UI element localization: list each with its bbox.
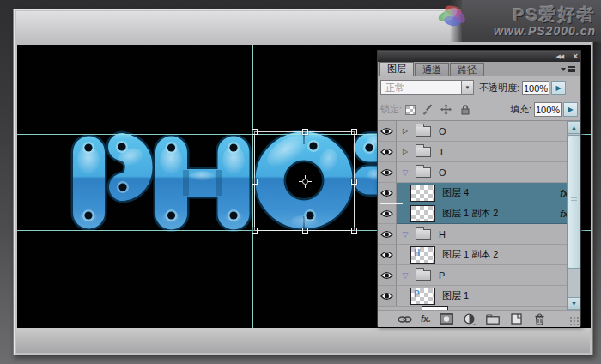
lock-paint-brush-icon[interactable] (420, 103, 434, 116)
panel-menu-icon[interactable] (561, 66, 575, 72)
new-layer-icon[interactable] (509, 312, 524, 325)
layer-link-indicator (380, 203, 403, 204)
layer-row[interactable]: 图层 4fx▼ (378, 183, 580, 203)
group-collapsed-icon[interactable]: ▷ (399, 127, 411, 135)
collapse-to-icons-icon[interactable]: ◀◀ (555, 53, 563, 59)
lock-transparency-icon[interactable] (405, 105, 416, 115)
layer-name[interactable]: 图层 4 (442, 186, 469, 199)
transform-box[interactable] (254, 131, 355, 231)
layer-visibility-eye-icon[interactable] (378, 265, 397, 286)
group-name: H (439, 229, 446, 240)
layer-row-content[interactable]: ▽H (397, 224, 580, 245)
layer-row[interactable]: P图层 1 (378, 286, 580, 306)
tab-paths[interactable]: 路径 (450, 63, 484, 76)
photoshop-workspace: ◀◀ × 图层 通道 路径 正常 ▼ 不透明度: 100% ▶ 锁定: (0, 0, 601, 364)
blend-mode-select[interactable]: 正常 (380, 80, 461, 95)
link-layers-icon[interactable] (398, 312, 412, 325)
vertical-guide (252, 46, 253, 328)
layer-list-scrollbar[interactable]: ▲ ▼ (567, 121, 580, 310)
group-name: O (439, 126, 446, 136)
layer-style-icon[interactable]: fx. (421, 312, 431, 325)
transform-handle-s[interactable] (302, 228, 308, 234)
transform-handle-e[interactable] (351, 179, 357, 185)
group-folder-icon (416, 270, 431, 281)
fill-label: 填充: (510, 103, 531, 116)
panel-resize-grip[interactable] (568, 315, 580, 326)
layer-name[interactable]: 图层 1 副本 2 (442, 248, 498, 261)
layer-row-content[interactable]: H图层 1 副本 2 (397, 245, 580, 265)
layer-group-row[interactable]: ▷T (378, 142, 580, 162)
lock-position-move-icon[interactable] (439, 103, 453, 116)
layer-thumbnail[interactable]: H (410, 246, 435, 264)
group-name: P (439, 270, 445, 281)
layer-row-content[interactable]: 图层 1 副本 2fx▼ (397, 203, 580, 224)
layer-row-content[interactable]: ▷T (397, 142, 580, 162)
lock-all-icon[interactable] (458, 103, 472, 116)
transform-handle-sw[interactable] (252, 228, 258, 234)
layers-panel: ◀◀ × 图层 通道 路径 正常 ▼ 不透明度: 100% ▶ 锁定: (377, 50, 581, 326)
layer-visibility-eye-icon[interactable] (378, 224, 397, 245)
tab-channels[interactable]: 通道 (415, 63, 449, 76)
group-expanded-icon[interactable]: ▽ (399, 168, 411, 177)
layer-row[interactable]: H图层 1 副本 2 (378, 245, 580, 265)
transform-handle-n[interactable] (302, 129, 308, 135)
transform-reference-point[interactable] (300, 177, 310, 186)
panel-titlebar: ◀◀ × (378, 51, 580, 62)
group-name: O (439, 167, 446, 178)
panel-bottom-bar: fx. (378, 310, 580, 327)
layer-group-row[interactable]: ▽O (378, 162, 580, 183)
scrollbar-thumb[interactable] (568, 135, 580, 269)
watermark-url: www.PS2000.cn (494, 24, 596, 38)
layer-group-row[interactable]: ▷O (378, 121, 580, 142)
group-name: T (439, 147, 445, 157)
transform-handle-w[interactable] (252, 179, 258, 185)
group-folder-icon (416, 147, 431, 157)
titlebar-divider (568, 53, 568, 60)
layer-visibility-eye-icon[interactable] (378, 286, 397, 306)
group-collapsed-icon[interactable]: ▷ (399, 148, 411, 155)
panel-close-icon[interactable]: × (573, 52, 577, 61)
document-statusbar (16, 327, 590, 353)
layer-visibility-eye-icon[interactable] (378, 183, 397, 203)
transform-handle-se[interactable] (351, 228, 357, 234)
layer-name[interactable]: 图层 1 副本 2 (442, 207, 498, 220)
watermark: PS爱好者 www.PS2000.cn (462, 0, 601, 42)
adjustment-layer-icon[interactable] (463, 312, 477, 325)
layer-group-row[interactable]: ▽H (378, 224, 580, 245)
layer-row-content[interactable]: ▽O (397, 162, 580, 183)
fill-slider-icon[interactable]: ▶ (563, 102, 578, 117)
transform-handle-ne[interactable] (351, 129, 357, 135)
layer-thumbnail[interactable]: P (410, 288, 435, 305)
tab-layers[interactable]: 图层 (379, 62, 414, 76)
layer-row[interactable]: 图层 1 副本 2fx▼ (378, 203, 580, 224)
opacity-field[interactable]: 100% (522, 81, 549, 95)
transform-handle-nw[interactable] (252, 129, 258, 135)
opacity-label: 不透明度: (479, 82, 519, 94)
blend-mode-dropdown-icon[interactable]: ▼ (461, 80, 474, 95)
watermark-logo-icon (436, 4, 467, 30)
layer-row-content[interactable]: ▷O (397, 121, 580, 142)
add-layer-mask-icon[interactable] (440, 312, 454, 325)
layer-visibility-eye-icon[interactable] (378, 245, 397, 265)
layer-row-content[interactable]: 图层 4fx▼ (397, 183, 580, 203)
layer-thumbnail[interactable] (410, 205, 435, 222)
group-folder-icon (416, 167, 431, 178)
layer-visibility-eye-icon[interactable] (378, 142, 397, 162)
layer-group-row[interactable]: ▽P (378, 265, 580, 286)
lock-row: 锁定: 填充: 100% ▶ (378, 99, 580, 121)
new-group-icon[interactable] (486, 312, 501, 325)
layer-visibility-eye-icon[interactable] (378, 203, 397, 224)
layer-row-content[interactable]: ▽P (397, 265, 580, 286)
opacity-slider-icon[interactable]: ▶ (551, 81, 566, 95)
group-expanded-icon[interactable]: ▽ (399, 271, 411, 280)
scroll-up-icon[interactable]: ▲ (568, 121, 580, 134)
layer-thumbnail[interactable] (410, 185, 435, 202)
layer-visibility-eye-icon[interactable] (378, 162, 397, 183)
layer-name[interactable]: 图层 1 (442, 289, 469, 302)
scroll-down-icon[interactable]: ▼ (568, 297, 580, 310)
layer-visibility-eye-icon[interactable] (378, 121, 397, 142)
fill-field[interactable]: 100% (534, 102, 562, 117)
delete-layer-trash-icon[interactable] (532, 312, 547, 325)
group-expanded-icon[interactable]: ▽ (399, 230, 411, 239)
layer-row-content[interactable]: P图层 1 (397, 286, 580, 306)
